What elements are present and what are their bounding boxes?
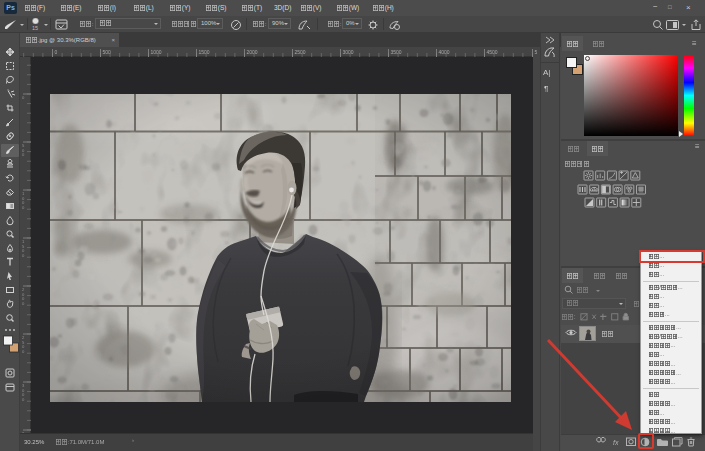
svg-text:5000: 5000 xyxy=(535,49,538,55)
svg-text:0: 0 xyxy=(22,152,25,157)
svg-text:0: 0 xyxy=(55,49,58,55)
svg-text:4000: 4000 xyxy=(439,49,450,55)
svg-text:0: 0 xyxy=(22,95,25,100)
svg-text:2000: 2000 xyxy=(247,49,258,55)
svg-text:0: 0 xyxy=(22,253,25,258)
svg-text:fx: fx xyxy=(613,439,619,446)
svg-text:3500: 3500 xyxy=(391,49,402,55)
svg-text:0: 0 xyxy=(22,301,25,306)
svg-text:0: 0 xyxy=(22,349,25,354)
svg-text:3000: 3000 xyxy=(343,49,354,55)
svg-text:1000: 1000 xyxy=(151,49,162,55)
svg-text:1500: 1500 xyxy=(199,49,210,55)
svg-text:0: 0 xyxy=(22,205,25,210)
svg-text:0: 0 xyxy=(22,397,25,402)
svg-text:2500: 2500 xyxy=(295,49,306,55)
svg-text:4500: 4500 xyxy=(487,49,498,55)
svg-text:3: 3 xyxy=(22,431,25,433)
